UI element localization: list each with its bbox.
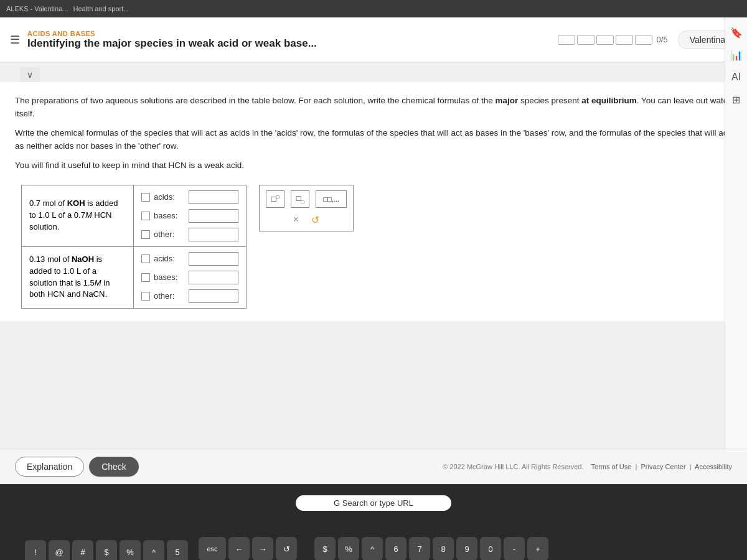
row1-other-input[interactable] xyxy=(189,228,238,241)
key-caret[interactable]: ^ xyxy=(362,537,383,560)
key-dollar2[interactable]: $ xyxy=(96,540,117,560)
palette-subscript-btn[interactable]: □□ xyxy=(291,190,309,208)
row2-bases-label: bases: xyxy=(154,273,185,282)
browser-tab-1[interactable]: ALEKS - Valentina... xyxy=(6,5,68,12)
row1-acids-label: acids: xyxy=(154,192,185,202)
row1-bases-row: bases: xyxy=(141,209,238,223)
terms-link[interactable]: Terms of Use xyxy=(591,463,632,470)
key-minus[interactable]: - xyxy=(504,537,525,560)
row2-bases-input[interactable] xyxy=(189,271,238,284)
row2-description: 0.13 mol of NaOH is added to 1.0 L of a … xyxy=(22,246,134,308)
grid-icon[interactable]: ⊞ xyxy=(728,91,745,108)
copyright-text: © 2022 McGraw Hill LLC. All Rights Reser… xyxy=(443,463,583,470)
palette-undo-icon[interactable]: ↺ xyxy=(311,214,319,226)
row1-other-checkbox[interactable] xyxy=(141,230,150,239)
row2-other-checkbox[interactable] xyxy=(141,292,150,301)
header-left: ☰ ACIDS AND BASES Identifying the major … xyxy=(10,30,317,50)
key-percent2[interactable]: % xyxy=(120,540,141,560)
formula-palette: □□ □□ □□,... × ↺ xyxy=(259,185,354,231)
header-right: 0/5 Valentina xyxy=(558,30,737,49)
row2-acids-row: acids: xyxy=(141,252,238,266)
problem-paragraph-2: Write the chemical formulas of the speci… xyxy=(15,127,732,153)
row2-other-row: other: xyxy=(141,289,238,303)
page-title: Identifying the major species in weak ac… xyxy=(27,37,317,50)
key-hash[interactable]: # xyxy=(72,540,93,560)
header-category: ACIDS AND BASES xyxy=(27,30,317,37)
row1-bases-checkbox[interactable] xyxy=(141,212,150,220)
progress-tracker: 0/5 xyxy=(558,35,668,45)
key-at[interactable]: @ xyxy=(49,540,70,560)
address-bar[interactable]: G Search or type URL xyxy=(296,495,451,511)
progress-box-4 xyxy=(616,35,633,45)
key-exclaim[interactable]: ! xyxy=(25,540,46,560)
row2-other-input[interactable] xyxy=(189,289,238,303)
row1-bases-input[interactable] xyxy=(189,209,238,223)
progress-box-3 xyxy=(596,35,614,45)
key-percent[interactable]: % xyxy=(338,537,359,560)
row2-acids-label: acids: xyxy=(154,254,185,263)
key-8[interactable]: 8 xyxy=(433,537,454,560)
ai-icon[interactable]: AI xyxy=(728,68,745,86)
expand-button[interactable]: ∨ xyxy=(20,67,40,82)
main-content: 🔖 📊 AI ⊞ ☰ ACIDS AND BASES Identifying t… xyxy=(0,17,747,484)
privacy-link[interactable]: Privacy Center xyxy=(641,463,685,470)
problem-paragraph-3: You will find it useful to keep in mind … xyxy=(15,159,732,172)
page-header: ☰ ACIDS AND BASES Identifying the major … xyxy=(0,17,747,62)
key-9[interactable]: 9 xyxy=(456,537,477,560)
row2-other-label: other: xyxy=(154,291,185,301)
problem-area: The preparations of two aqueous solution… xyxy=(0,82,747,321)
row1-acids-checkbox[interactable] xyxy=(141,193,150,202)
accessibility-link[interactable]: Accessibility xyxy=(695,463,732,470)
palette-superscript-btn[interactable]: □□ xyxy=(266,190,284,208)
row1-bases-label: bases: xyxy=(154,211,185,220)
key-0[interactable]: 0 xyxy=(480,537,501,560)
key-5[interactable]: 5 xyxy=(167,540,188,560)
chart-icon[interactable]: 📊 xyxy=(728,46,745,63)
key-left[interactable]: ← xyxy=(228,537,250,560)
key-caret2[interactable]: ^ xyxy=(143,540,164,560)
chevron-down-icon: ∨ xyxy=(27,70,33,80)
browser-tab-2[interactable]: Health and sport... xyxy=(73,5,129,12)
row1-acids-input[interactable] xyxy=(189,190,238,204)
progress-box-2 xyxy=(577,35,594,45)
check-button[interactable]: Check xyxy=(89,457,139,477)
search-icon: G xyxy=(334,498,340,508)
key-refresh[interactable]: ↺ xyxy=(276,537,297,560)
row2-inputs: acids: bases: other: xyxy=(134,246,247,308)
palette-multichar-btn[interactable]: □□,... xyxy=(316,190,347,208)
table-section: 0.7 mol of KOH is added to 1.0 L of a 0.… xyxy=(21,185,732,309)
palette-clear-icon[interactable]: × xyxy=(293,214,299,225)
palette-top-row: □□ □□ □□,... xyxy=(266,190,347,208)
bottom-bar: Explanation Check © 2022 McGraw Hill LLC… xyxy=(0,449,747,484)
key-plus[interactable]: + xyxy=(527,537,548,560)
key-dollar[interactable]: $ xyxy=(314,537,336,560)
row2-bases-checkbox[interactable] xyxy=(141,273,150,282)
action-buttons: Explanation Check xyxy=(15,457,139,477)
row1-acids-row: acids: xyxy=(141,190,238,204)
row1-other-label: other: xyxy=(154,230,185,239)
row2-acids-checkbox[interactable] xyxy=(141,254,150,263)
row1-inputs: acids: bases: other: xyxy=(134,185,247,246)
keyboard-area: G Search or type URL esc ← → ↺ $ % ^ 6 7… xyxy=(0,484,747,560)
row2-bases-row: bases: xyxy=(141,271,238,284)
right-panel: 🔖 📊 AI ⊞ xyxy=(725,17,747,484)
progress-box-5 xyxy=(635,35,652,45)
row2-acids-input[interactable] xyxy=(189,252,238,266)
key-6[interactable]: 6 xyxy=(385,537,406,560)
key-esc[interactable]: esc xyxy=(199,537,226,560)
bookmark-icon[interactable]: 🔖 xyxy=(728,24,745,41)
progress-label: 0/5 xyxy=(657,35,668,44)
problem-paragraph-1: The preparations of two aqueous solution… xyxy=(15,95,732,121)
explanation-button[interactable]: Explanation xyxy=(15,457,84,477)
table-row-1: 0.7 mol of KOH is added to 1.0 L of a 0.… xyxy=(22,185,247,246)
browser-bar: ALEKS - Valentina... Health and sport... xyxy=(0,0,747,17)
solutions-table: 0.7 mol of KOH is added to 1.0 L of a 0.… xyxy=(21,185,247,309)
hamburger-icon[interactable]: ☰ xyxy=(10,33,20,47)
footer-links: © 2022 McGraw Hill LLC. All Rights Reser… xyxy=(443,463,732,470)
key-7[interactable]: 7 xyxy=(409,537,430,560)
progress-box-1 xyxy=(558,35,575,45)
header-title-section: ACIDS AND BASES Identifying the major sp… xyxy=(27,30,317,50)
row1-other-row: other: xyxy=(141,228,238,241)
row1-description: 0.7 mol of KOH is added to 1.0 L of a 0.… xyxy=(22,185,134,246)
key-right[interactable]: → xyxy=(252,537,273,560)
